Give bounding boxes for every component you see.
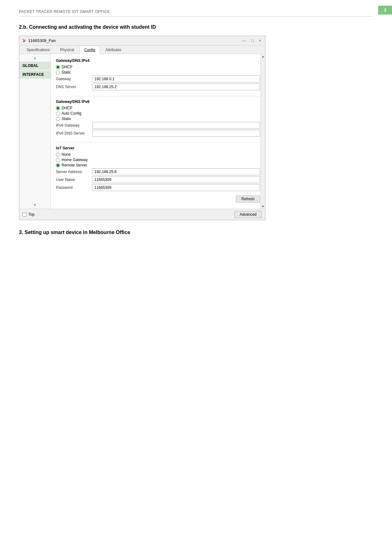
ipv6-auto-radio[interactable] [56, 111, 60, 116]
refresh-button[interactable]: Refresh [236, 196, 260, 202]
restore-button[interactable]: □ [250, 38, 255, 43]
ipv6-dhcp-radio-group: DHCP [56, 106, 260, 110]
window-controls: — □ × [241, 38, 262, 43]
section-2b-heading: 2.b. Connecting and activating the devic… [19, 24, 373, 30]
ipv6-static-radio-group: Static [56, 117, 260, 121]
tab-specifications[interactable]: Specifications [22, 46, 55, 54]
gateway-field-row: Gateway [56, 75, 260, 82]
ipv6-dhcp-label: DHCP [62, 106, 72, 110]
ipv4-static-label: Static [62, 70, 71, 75]
iot-home-radio-group: Home Gateway [56, 158, 260, 162]
page-header: PACKET TRACER REMOTE IOT SMART OFFICE [19, 9, 373, 17]
ipv4-static-radio[interactable] [56, 70, 60, 75]
dns-field-row: DNS Server [56, 83, 260, 90]
server-address-input[interactable] [93, 168, 260, 175]
sidebar-item-interface[interactable]: INTERFACE [19, 70, 51, 79]
sidebar: ∧ GLOBAL INTERFACE ∨ [19, 54, 51, 209]
dns-input[interactable] [93, 83, 260, 90]
ipv4-dhcp-label: DHCP [62, 65, 72, 69]
section-3-heading: 3. Setting up smart device in Melbourne … [19, 230, 373, 235]
server-address-label: Server Address [56, 170, 91, 174]
ipv4-static-radio-group: Static [56, 70, 260, 75]
password-label: Password [56, 185, 91, 190]
iot-home-label: Home Gateway [62, 158, 88, 162]
iot-section: IoT Server None Home Gateway Remote Serv… [56, 146, 260, 191]
iot-remote-label: Remote Server [62, 163, 87, 167]
gateway-label: Gateway [56, 77, 91, 81]
tab-config[interactable]: Config [80, 46, 100, 54]
config-content: Gateway/DNS IPv4 DHCP Static Gateway [51, 54, 265, 209]
window-body: ∧ GLOBAL INTERFACE ∨ Gateway/DNS IPv4 DH… [19, 54, 265, 209]
ipv6-dns-input[interactable] [93, 130, 260, 137]
advanced-button[interactable]: Advanced [234, 211, 262, 218]
password-field-row: Password [56, 184, 260, 191]
footer-left: Top [22, 212, 34, 217]
device-window: 11665309_Fan — □ × Specifications Physic… [19, 36, 265, 220]
ipv6-gateway-field-row: IPv6 Gateway [56, 122, 260, 129]
ipv6-title: Gateway/DNS IPv6 [56, 99, 260, 104]
ipv6-static-radio[interactable] [56, 117, 60, 121]
gateway-input[interactable] [93, 75, 260, 82]
minimize-button[interactable]: — [241, 38, 248, 43]
svg-point-0 [23, 40, 25, 42]
divider-2 [56, 142, 260, 143]
ipv6-dns-field-row: IPv6 DNS Server [56, 130, 260, 137]
tab-bar: Specifications Physical Config Attribute… [19, 45, 265, 54]
top-checkbox[interactable] [22, 213, 27, 217]
page-number: 3 [378, 6, 392, 15]
window-icon [22, 39, 26, 43]
password-input[interactable] [93, 184, 260, 191]
username-label: User Name [56, 178, 91, 182]
window-footer: Top Advanced [19, 209, 265, 220]
divider-1 [56, 96, 260, 96]
scroll-up-arrow[interactable]: ▲ [261, 54, 265, 59]
tab-attributes[interactable]: Attributes [100, 46, 126, 54]
sidebar-scroll-up[interactable]: ∧ [19, 55, 51, 61]
ipv6-gateway-input[interactable] [93, 122, 260, 129]
ipv4-section: Gateway/DNS IPv4 DHCP Static Gateway [56, 58, 260, 90]
username-field-row: User Name [56, 176, 260, 183]
username-input[interactable] [93, 176, 260, 183]
window-title-text: 11665309_Fan [28, 38, 56, 43]
iot-remote-radio[interactable] [56, 163, 60, 167]
top-label: Top [28, 212, 34, 217]
sidebar-item-global[interactable]: GLOBAL [19, 62, 51, 70]
scroll-down-arrow[interactable]: ▼ [261, 204, 265, 209]
ipv4-title: Gateway/DNS IPv4 [56, 58, 260, 63]
ipv6-dhcp-radio[interactable] [56, 106, 60, 110]
ipv6-static-label: Static [62, 117, 71, 121]
ipv4-dhcp-radio-group: DHCP [56, 65, 260, 69]
iot-home-radio[interactable] [56, 158, 60, 162]
sidebar-scroll-down[interactable]: ∨ [19, 202, 51, 208]
ipv4-dhcp-radio[interactable] [56, 65, 60, 69]
ipv6-gateway-label: IPv6 Gateway [56, 123, 91, 128]
ipv6-section: Gateway/DNS IPv6 DHCP Auto Config Static [56, 99, 260, 137]
close-button[interactable]: × [257, 38, 262, 43]
ipv6-auto-radio-group: Auto Config [56, 111, 260, 116]
scrollbar[interactable]: ▲ ▼ [261, 54, 265, 209]
window-title-group: 11665309_Fan [22, 38, 56, 43]
ipv6-dns-label: IPv6 DNS Server [56, 131, 91, 135]
iot-none-radio-group: None [56, 152, 260, 157]
server-address-field-row: Server Address [56, 168, 260, 175]
iot-none-radio[interactable] [56, 153, 60, 157]
ipv6-auto-label: Auto Config [62, 111, 81, 116]
tab-physical[interactable]: Physical [55, 46, 79, 54]
iot-title: IoT Server [56, 146, 260, 150]
iot-none-label: None [62, 152, 71, 157]
window-titlebar: 11665309_Fan — □ × [19, 36, 265, 45]
iot-remote-radio-group: Remote Server [56, 163, 260, 167]
dns-label: DNS Server [56, 85, 91, 89]
